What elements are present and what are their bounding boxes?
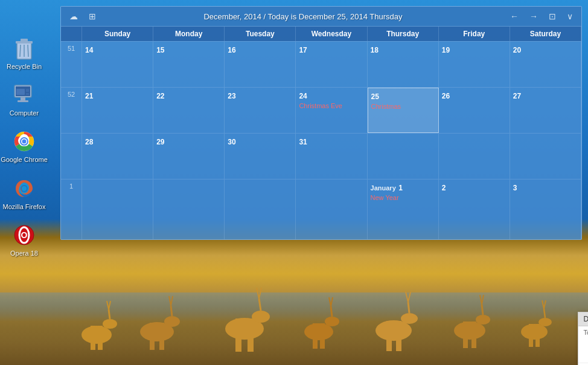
january-label: January bbox=[371, 184, 396, 192]
forward-button[interactable]: → bbox=[527, 10, 540, 22]
cal-cell-31[interactable]: 31 December 31, ✓ To-do list ...| 🎨 bbox=[296, 134, 367, 179]
svg-line-53 bbox=[20, 45, 21, 57]
day-tuesday: Tuesday bbox=[225, 27, 296, 41]
week-num-51: 51 bbox=[61, 42, 82, 87]
cal-cell-jan2[interactable]: 2 bbox=[439, 179, 510, 239]
week-num-header bbox=[61, 27, 82, 41]
svg-rect-52 bbox=[21, 39, 28, 42]
svg-rect-2 bbox=[91, 326, 95, 350]
antelope-background bbox=[0, 256, 588, 365]
svg-point-39 bbox=[476, 315, 490, 325]
popup-header: December 31, ✓ bbox=[578, 312, 588, 326]
day-sunday: Sunday bbox=[82, 27, 153, 41]
cloud-button[interactable]: ☁ bbox=[67, 10, 80, 22]
cal-cell-jan-blank2[interactable] bbox=[153, 179, 225, 239]
svg-rect-24 bbox=[320, 323, 325, 349]
cal-cell-jan-blank4[interactable] bbox=[296, 179, 367, 239]
cal-cell-15[interactable]: 15 bbox=[153, 42, 225, 87]
cal-cell-18[interactable]: 18 bbox=[368, 42, 439, 87]
svg-point-32 bbox=[401, 313, 418, 324]
day-friday: Friday bbox=[439, 27, 510, 41]
cal-cell-24[interactable]: 24 Christmas Eve bbox=[296, 88, 367, 133]
svg-point-4 bbox=[103, 319, 117, 329]
day-headers: Sunday Monday Tuesday Wednesday Thursday… bbox=[61, 27, 581, 41]
cal-cell-26[interactable]: 26 bbox=[439, 88, 510, 133]
svg-line-55 bbox=[28, 45, 28, 57]
cal-cell-jan-blank3[interactable] bbox=[225, 179, 296, 239]
day-saturday: Saturday bbox=[510, 27, 581, 41]
svg-point-11 bbox=[164, 316, 180, 327]
cal-cell-17[interactable]: 17 bbox=[296, 42, 367, 87]
christmas-event: Christmas bbox=[371, 103, 435, 110]
popup-title: December 31, bbox=[583, 315, 588, 323]
svg-line-26 bbox=[331, 306, 332, 317]
christmas-eve-event: Christmas Eve bbox=[299, 102, 363, 109]
cal-cell-28[interactable]: 28 bbox=[82, 134, 153, 179]
monitor-button[interactable]: ⊡ bbox=[546, 10, 558, 22]
svg-line-40 bbox=[482, 305, 483, 315]
cal-cell-23[interactable]: 23 bbox=[225, 88, 296, 133]
dropdown-button[interactable]: ∨ bbox=[564, 10, 575, 22]
computer-icon[interactable]: Computer bbox=[10, 83, 39, 117]
event-popup[interactable]: December 31, ✓ To-do list ...| 🎨 bbox=[578, 312, 588, 365]
cal-cell-20[interactable]: 20 bbox=[510, 42, 581, 87]
cal-cell-22[interactable]: 22 bbox=[153, 88, 225, 133]
svg-rect-59 bbox=[18, 100, 28, 102]
svg-text:O: O bbox=[21, 230, 28, 240]
opera-label: Opera 18 bbox=[10, 250, 38, 257]
calendar-widget: ☁ ⊞ December, 2014 / Today is December 2… bbox=[60, 6, 582, 240]
cal-cell-25-today[interactable]: 25 Christmas bbox=[368, 88, 439, 133]
svg-rect-45 bbox=[535, 324, 540, 347]
svg-point-66 bbox=[22, 140, 27, 144]
cal-cell-19[interactable]: 19 bbox=[439, 42, 510, 87]
svg-rect-16 bbox=[235, 318, 241, 352]
back-button[interactable]: ← bbox=[508, 10, 521, 22]
svg-rect-61 bbox=[26, 89, 29, 92]
svg-point-1 bbox=[81, 326, 112, 344]
svg-rect-60 bbox=[16, 89, 25, 95]
svg-point-46 bbox=[538, 318, 552, 326]
svg-point-70 bbox=[22, 186, 27, 191]
cal-cell-jan1[interactable]: January 1 New Year bbox=[368, 179, 439, 239]
cal-cell-blank1[interactable] bbox=[368, 134, 439, 179]
new-year-event: New Year bbox=[371, 194, 435, 201]
mozilla-firefox-icon[interactable]: Mozilla Firefox bbox=[3, 176, 46, 211]
svg-line-33 bbox=[408, 302, 409, 313]
calendar-row-week-end: 28 29 30 31 December 31, ✓ To-do list ..… bbox=[61, 133, 581, 179]
jan1-num: 1 bbox=[398, 184, 403, 192]
firefox-label: Mozilla Firefox bbox=[3, 203, 46, 211]
cal-cell-jan3[interactable]: 3 bbox=[510, 179, 581, 239]
cal-cell-16[interactable]: 16 bbox=[225, 42, 296, 87]
cal-cell-30[interactable]: 30 bbox=[225, 134, 296, 179]
day-thursday: Thursday bbox=[368, 27, 439, 41]
recycle-bin-label: Recycle Bin bbox=[7, 63, 42, 71]
svg-point-18 bbox=[252, 311, 270, 323]
popup-footer: 🎨 bbox=[578, 363, 588, 365]
svg-rect-9 bbox=[150, 323, 155, 350]
calendar-row-week52: 52 21 22 23 24 Christmas Eve 25 Christma… bbox=[61, 87, 581, 133]
cal-cell-blank3[interactable] bbox=[510, 134, 581, 179]
calendar-body: 51 14 15 16 17 18 19 20 52 21 22 23 24 C… bbox=[61, 41, 581, 239]
cal-cell-27[interactable]: 27 bbox=[510, 88, 581, 133]
svg-rect-3 bbox=[98, 326, 103, 350]
popup-body[interactable]: To-do list ...| bbox=[578, 326, 588, 363]
cal-cell-21[interactable]: 21 bbox=[82, 88, 153, 133]
popup-todo-input[interactable]: To-do list ...| bbox=[583, 329, 588, 336]
cal-cell-14[interactable]: 14 bbox=[82, 42, 153, 87]
google-chrome-icon[interactable]: Google Chrome bbox=[1, 129, 48, 164]
svg-rect-17 bbox=[248, 318, 254, 352]
cal-cell-29[interactable]: 29 bbox=[153, 134, 225, 179]
svg-rect-31 bbox=[396, 321, 401, 351]
cal-cell-jan-blank1[interactable] bbox=[82, 179, 153, 239]
svg-point-25 bbox=[325, 317, 339, 326]
week-num-52: 52 bbox=[61, 88, 82, 133]
computer-label: Computer bbox=[10, 109, 39, 117]
recycle-bin-icon[interactable]: Recycle Bin bbox=[7, 36, 42, 71]
svg-rect-23 bbox=[313, 323, 318, 349]
calendar-row-week51: 51 14 15 16 17 18 19 20 bbox=[61, 41, 581, 87]
calendar-row-january: 1 January 1 New Year 2 3 bbox=[61, 179, 581, 239]
grid-button[interactable]: ⊞ bbox=[86, 10, 98, 22]
cal-cell-blank2[interactable] bbox=[439, 134, 510, 179]
opera-icon[interactable]: O Opera 18 bbox=[10, 223, 38, 257]
svg-line-5 bbox=[109, 309, 110, 319]
